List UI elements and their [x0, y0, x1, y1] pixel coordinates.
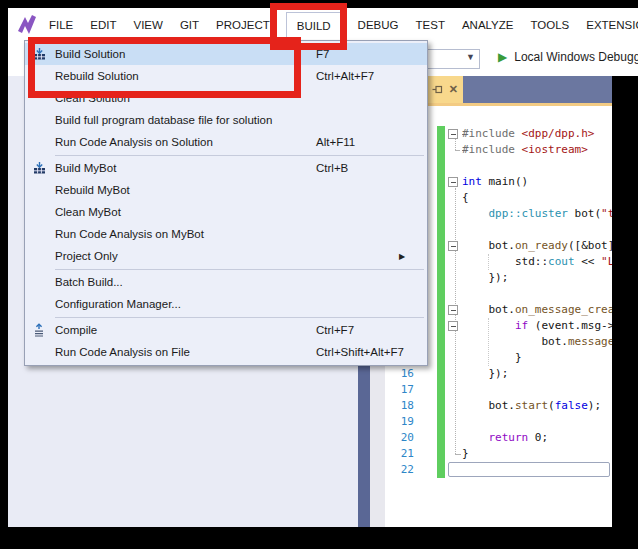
code-line [462, 286, 612, 302]
menu-separator [55, 155, 424, 156]
menubar-item-edit[interactable]: EDIT [89, 12, 117, 38]
code-line: if (event.msg-> [462, 318, 612, 334]
code-line [462, 382, 612, 398]
menu-item-run-code-analysis-on-mybot[interactable]: Run Code Analysis on MyBot [25, 223, 427, 245]
menu-item-label: Run Code Analysis on Solution [55, 136, 213, 148]
menubar-item-tools[interactable]: TOOLS [529, 12, 570, 38]
code-line: #include <dpp/dpp.h> [462, 126, 612, 142]
menu-item-label: Run Code Analysis on MyBot [55, 228, 204, 240]
track-changes-margin [437, 126, 445, 478]
menu-item-clean-solution[interactable]: Clean Solution [25, 87, 427, 109]
code-line: } [462, 350, 612, 366]
menu-item-configuration-manager[interactable]: Configuration Manager... [25, 293, 427, 315]
menubar-item-project[interactable]: PROJECT [215, 12, 271, 38]
code-line: } [462, 446, 612, 462]
menubar-item-extensions[interactable]: EXTENSIONS [585, 12, 638, 38]
menu-item-label: Rebuild Solution [55, 70, 139, 82]
menu-item-build-solution[interactable]: Build SolutionF7 [25, 43, 427, 65]
menu-item-batch-build[interactable]: Batch Build... [25, 271, 427, 293]
start-debug-label: Local Windows Debugger [514, 50, 638, 64]
menubar-item-file[interactable]: FILE [48, 12, 74, 38]
menubar-item-analyze[interactable]: ANALYZE [461, 12, 515, 38]
outline-guide-tick [455, 150, 460, 151]
menubar-item-view[interactable]: VIEW [133, 12, 164, 38]
menu-item-shortcut: Ctrl+Alt+F7 [316, 70, 374, 82]
chevron-down-icon: ▼ [466, 52, 475, 62]
code-line: return 0; [462, 430, 612, 446]
code-line [462, 222, 612, 238]
collapse-toggle[interactable] [448, 321, 458, 331]
outline-guide-tick [455, 454, 461, 455]
menu-item-build-mybot[interactable]: Build MyBotCtrl+B [25, 157, 427, 179]
code-line: int main() [462, 174, 612, 190]
menu-item-shortcut: Ctrl+Shift+Alt+F7 [316, 346, 404, 358]
collapse-toggle[interactable] [448, 129, 458, 139]
code-line: }); [462, 366, 612, 382]
menu-item-label: Build Solution [55, 48, 125, 60]
start-debug-button[interactable]: ▶ Local Windows Debugger [498, 50, 638, 64]
code-line: bot.start(false); [462, 398, 612, 414]
menu-item-label: Build MyBot [55, 162, 116, 174]
menu-item-rebuild-solution[interactable]: Rebuild SolutionCtrl+Alt+F7 [25, 65, 427, 87]
visual-studio-logo-icon [15, 14, 39, 36]
menu-item-label: Batch Build... [55, 276, 123, 288]
code-line: dpp::cluster bot("t [462, 206, 612, 222]
menu-separator [55, 269, 424, 270]
compile-icon [31, 322, 47, 338]
line-number: 16 [385, 366, 414, 382]
menu-bar: FILEEDITVIEWGITPROJECTBUILDDEBUGTESTANAL… [8, 8, 638, 42]
menu-item-run-code-analysis-on-solution[interactable]: Run Code Analysis on SolutionAlt+F11 [25, 131, 427, 153]
menu-item-shortcut: F7 [316, 48, 329, 60]
menu-item-label: Run Code Analysis on File [55, 346, 190, 358]
collapse-toggle[interactable] [448, 177, 458, 187]
code-line: bot.message [462, 334, 612, 350]
collapse-toggle[interactable] [448, 305, 458, 315]
collapse-toggle[interactable] [448, 241, 458, 251]
menubar-item-build[interactable]: BUILD [286, 12, 342, 39]
play-icon: ▶ [498, 51, 507, 63]
menu-item-shortcut: Ctrl+F7 [316, 324, 354, 336]
current-line-box [448, 462, 610, 477]
menu-item-rebuild-mybot[interactable]: Rebuild MyBot [25, 179, 427, 201]
line-number: 21 [385, 446, 414, 462]
menubar-item-git[interactable]: GIT [179, 12, 200, 38]
line-number: 17 [385, 382, 414, 398]
code-line: { [462, 190, 612, 206]
line-number: 18 [385, 398, 414, 414]
code-line [462, 414, 612, 430]
menu-item-label: Clean Solution [55, 92, 130, 104]
submenu-arrow-icon: ▶ [399, 252, 405, 261]
build-menu: Build SolutionF7Rebuild SolutionCtrl+Alt… [24, 40, 428, 366]
menu-item-clean-mybot[interactable]: Clean MyBot [25, 201, 427, 223]
menu-item-label: Compile [55, 324, 97, 336]
menu-item-compile[interactable]: CompileCtrl+F7 [25, 319, 427, 341]
code-line: bot.on_ready([&bot] [462, 238, 612, 254]
pin-icon[interactable] [432, 81, 443, 99]
outline-guide [455, 138, 456, 150]
menu-item-run-code-analysis-on-file[interactable]: Run Code Analysis on FileCtrl+Shift+Alt+… [25, 341, 427, 363]
menu-item-label: Rebuild MyBot [55, 184, 130, 196]
menu-item-shortcut: Ctrl+B [316, 162, 348, 174]
code-line [462, 158, 612, 174]
line-number: 19 [385, 414, 414, 430]
menu-item-label: Build full program database file for sol… [55, 114, 272, 126]
menu-item-shortcut: Alt+F11 [316, 136, 355, 148]
menu-item-label: Clean MyBot [55, 206, 121, 218]
build-icon [31, 46, 47, 62]
build-icon [31, 160, 47, 176]
menu-item-build-full-program-database-file-for-solution[interactable]: Build full program database file for sol… [25, 109, 427, 131]
code-line: }); [462, 270, 612, 286]
menubar-item-debug[interactable]: DEBUG [357, 12, 400, 38]
code-line: std::cout << "L [462, 254, 612, 270]
menu-item-label: Project Only [55, 250, 118, 262]
menu-item-label: Configuration Manager... [55, 298, 181, 310]
close-icon[interactable]: ✕ [449, 84, 458, 95]
menubar-item-test[interactable]: TEST [415, 12, 446, 38]
line-number: 22 [385, 462, 414, 478]
code-line: #include <iostream> [462, 142, 612, 158]
code-line: bot.on_message_crea [462, 302, 612, 318]
menu-item-project-only[interactable]: Project Only▶ [25, 245, 427, 267]
line-number: 20 [385, 430, 414, 446]
menu-separator [55, 317, 424, 318]
